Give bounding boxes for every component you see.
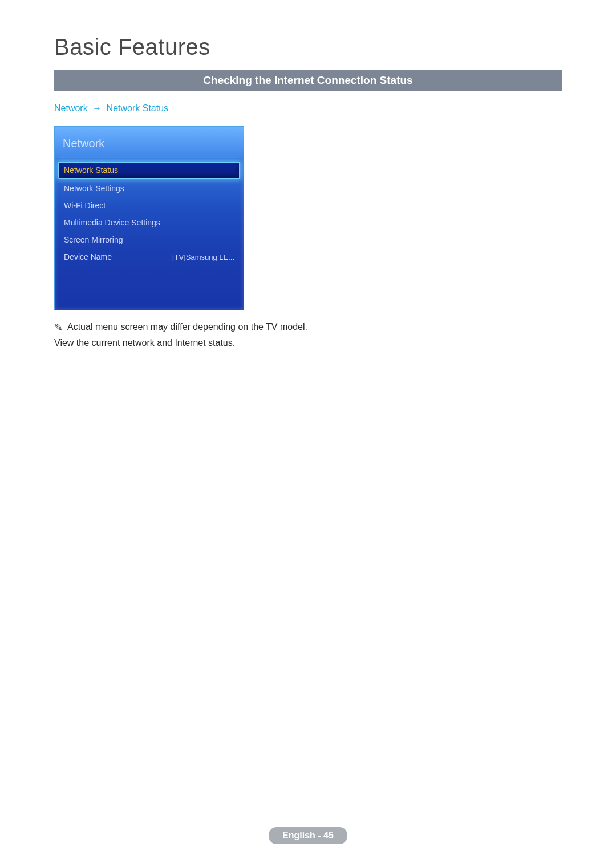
menu-item-label: Network Status [64, 166, 118, 175]
tv-menu-panel: Network Network Status Network Settings … [54, 126, 244, 310]
note-row: ✎ Actual menu screen may differ dependin… [54, 322, 562, 332]
page-title: Basic Features [54, 34, 562, 60]
menu-item-network-status[interactable]: Network Status [58, 162, 240, 179]
menu-item-label: Network Settings [64, 184, 124, 193]
arrow-icon: → [90, 103, 104, 113]
note-text: Actual menu screen may differ depending … [67, 322, 307, 332]
body-text: View the current network and Internet st… [54, 338, 562, 348]
note-icon: ✎ [54, 322, 63, 333]
menu-item-device-name[interactable]: Device Name [TV]Samsung LE... [58, 248, 240, 265]
tv-menu-list: Network Status Network Settings Wi-Fi Di… [55, 158, 244, 269]
page-number-pill: English - 45 [269, 827, 347, 844]
breadcrumb-seg-2: Network Status [107, 103, 168, 113]
menu-item-value: [TV]Samsung LE... [172, 253, 234, 261]
menu-item-label: Device Name [64, 252, 112, 261]
menu-item-multimedia-device-settings[interactable]: Multimedia Device Settings [58, 214, 240, 231]
page-footer: English - 45 [0, 827, 616, 844]
menu-item-wifi-direct[interactable]: Wi-Fi Direct [58, 197, 240, 214]
menu-item-network-settings[interactable]: Network Settings [58, 180, 240, 197]
section-heading-bar: Checking the Internet Connection Status [54, 70, 562, 91]
tv-menu-header: Network [55, 127, 244, 158]
menu-item-label: Screen Mirroring [64, 235, 123, 244]
menu-item-label: Wi-Fi Direct [64, 201, 106, 210]
breadcrumb: Network → Network Status [54, 103, 562, 114]
menu-item-label: Multimedia Device Settings [64, 218, 160, 227]
manual-page: Basic Features Checking the Internet Con… [0, 0, 616, 867]
menu-item-screen-mirroring[interactable]: Screen Mirroring [58, 231, 240, 248]
breadcrumb-seg-1: Network [54, 103, 88, 113]
